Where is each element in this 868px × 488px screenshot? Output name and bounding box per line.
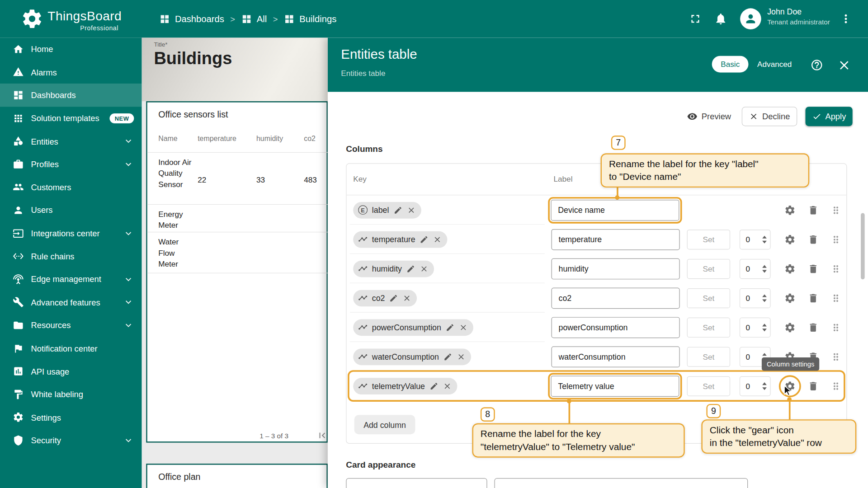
card-appearance-field[interactable] — [494, 478, 748, 488]
delete-column-icon[interactable] — [808, 234, 819, 244]
sidebar-item-resources[interactable]: Resources — [0, 314, 142, 337]
sidebar-item-security[interactable]: Security — [0, 429, 142, 452]
sidebar-item-edge-management[interactable]: Edge management — [0, 268, 142, 291]
width-spinner[interactable]: 0 — [740, 376, 771, 396]
sidebar-item-profiles[interactable]: Profiles — [0, 153, 142, 176]
drag-handle-icon[interactable] — [830, 204, 841, 215]
column-settings-gear-icon[interactable] — [784, 322, 795, 333]
thingsboard-logo-icon[interactable] — [21, 8, 43, 30]
scrollbar-thumb[interactable] — [861, 213, 865, 279]
remove-key-icon[interactable] — [407, 206, 416, 215]
office-sensors-widget[interactable]: Office sensors list Name temperature hum… — [146, 101, 328, 443]
close-panel-icon[interactable] — [837, 58, 851, 73]
edit-key-icon[interactable] — [443, 352, 453, 361]
column-settings-gear-icon[interactable] — [784, 204, 795, 215]
kebab-menu-icon[interactable] — [839, 12, 852, 25]
drag-handle-icon[interactable] — [830, 322, 841, 333]
column-label-input[interactable] — [552, 346, 680, 367]
notifications-bell-icon[interactable] — [714, 12, 727, 25]
breadcrumb-all[interactable]: All — [241, 14, 267, 24]
remove-key-icon[interactable] — [420, 264, 429, 273]
set-width-button[interactable]: Set — [687, 317, 731, 337]
edit-key-icon[interactable] — [429, 381, 439, 390]
delete-column-icon[interactable] — [808, 380, 819, 391]
first-page-icon[interactable] — [316, 430, 327, 441]
width-spinner[interactable]: 0 — [740, 230, 771, 249]
delete-column-icon[interactable] — [808, 292, 819, 303]
dashboard-title[interactable]: Buildings — [154, 49, 232, 69]
spinner-arrows[interactable] — [762, 324, 767, 331]
set-width-button[interactable]: Set — [687, 376, 731, 396]
key-chip[interactable]: powerConsumption — [353, 319, 473, 336]
apply-button[interactable]: Apply — [806, 107, 853, 126]
sidebar-item-integrations-center[interactable]: Integrations center — [0, 222, 142, 245]
sidebar-item-alarms[interactable]: Alarms — [0, 61, 142, 84]
sidebar-item-white-labeling[interactable]: White labeling — [0, 383, 142, 406]
set-width-button[interactable]: Set — [687, 288, 731, 308]
preview-button[interactable]: Preview — [684, 107, 734, 126]
width-spinner[interactable]: 0 — [740, 288, 771, 308]
column-settings-gear-icon[interactable] — [784, 263, 795, 274]
drag-handle-icon[interactable] — [830, 234, 841, 244]
add-column-button[interactable]: Add column — [354, 415, 415, 434]
column-label-input[interactable] — [552, 258, 680, 279]
column-label-input[interactable] — [552, 317, 680, 338]
column-settings-gear-icon[interactable] — [784, 234, 795, 244]
decline-button[interactable]: Decline — [742, 107, 797, 126]
sidebar-item-notification-center[interactable]: Notification center — [0, 337, 142, 360]
breadcrumb-dashboards[interactable]: Dashboards — [160, 14, 224, 24]
edit-key-icon[interactable] — [406, 264, 415, 273]
width-spinner[interactable]: 0 — [740, 317, 771, 337]
remove-key-icon[interactable] — [433, 235, 442, 244]
spinner-arrows[interactable] — [762, 382, 767, 390]
spinner-arrows[interactable] — [762, 265, 767, 272]
help-icon[interactable] — [811, 59, 823, 71]
set-width-button[interactable]: Set — [687, 258, 731, 278]
card-appearance-field[interactable] — [346, 478, 487, 488]
delete-column-icon[interactable] — [808, 263, 819, 274]
key-chip[interactable]: co2 — [353, 290, 417, 306]
sidebar-item-entities[interactable]: Entities — [0, 130, 142, 153]
key-chip[interactable]: E label — [353, 202, 421, 218]
edit-key-icon[interactable] — [446, 323, 455, 332]
spinner-arrows[interactable] — [762, 294, 767, 302]
key-chip[interactable]: waterConsumption — [353, 348, 471, 365]
column-label-input[interactable] — [552, 229, 680, 250]
remove-key-icon[interactable] — [459, 323, 468, 332]
key-chip[interactable]: temperature — [353, 231, 447, 248]
delete-column-icon[interactable] — [808, 204, 819, 215]
set-width-button[interactable]: Set — [687, 230, 731, 249]
drag-handle-icon[interactable] — [830, 351, 841, 362]
edit-key-icon[interactable] — [420, 235, 429, 244]
key-chip[interactable]: telemetryValue — [353, 378, 457, 394]
sidebar-item-advanced-features[interactable]: Advanced features — [0, 291, 142, 314]
edit-key-icon[interactable] — [393, 206, 402, 215]
sidebar-item-customers[interactable]: Customers — [0, 176, 142, 199]
sidebar-item-users[interactable]: Users — [0, 199, 142, 222]
sidebar-item-solution-templates[interactable]: Solution templates NEW — [0, 107, 142, 130]
edit-key-icon[interactable] — [389, 294, 398, 303]
drag-handle-icon[interactable] — [830, 263, 841, 274]
sidebar-item-api-usage[interactable]: API usage — [0, 360, 142, 383]
sidebar-item-home[interactable]: Home — [0, 38, 142, 61]
column-settings-gear-icon[interactable] — [784, 292, 795, 303]
sidebar-item-rule-chains[interactable]: Rule chains — [0, 245, 142, 268]
basic-mode-toggle[interactable]: Basic — [712, 56, 749, 73]
column-label-input[interactable] — [552, 287, 680, 309]
avatar[interactable] — [740, 8, 761, 29]
office-plan-widget[interactable]: Office plan — [146, 464, 328, 488]
remove-key-icon[interactable] — [457, 352, 466, 361]
spinner-arrows[interactable] — [762, 235, 767, 243]
width-spinner[interactable]: 0 — [740, 258, 771, 278]
key-chip[interactable]: humidity — [353, 260, 434, 277]
column-label-input[interactable] — [551, 199, 679, 221]
drag-handle-icon[interactable] — [830, 292, 841, 303]
remove-key-icon[interactable] — [443, 381, 452, 390]
advanced-mode-toggle[interactable]: Advanced — [749, 56, 801, 73]
drag-handle-icon[interactable] — [830, 380, 841, 391]
column-label-input[interactable] — [551, 375, 679, 397]
sidebar-item-settings[interactable]: Settings — [0, 406, 142, 429]
sidebar-item-dashboards[interactable]: Dashboards — [0, 84, 142, 107]
fullscreen-icon[interactable] — [689, 12, 702, 25]
breadcrumb-buildings[interactable]: Buildings — [284, 14, 336, 24]
